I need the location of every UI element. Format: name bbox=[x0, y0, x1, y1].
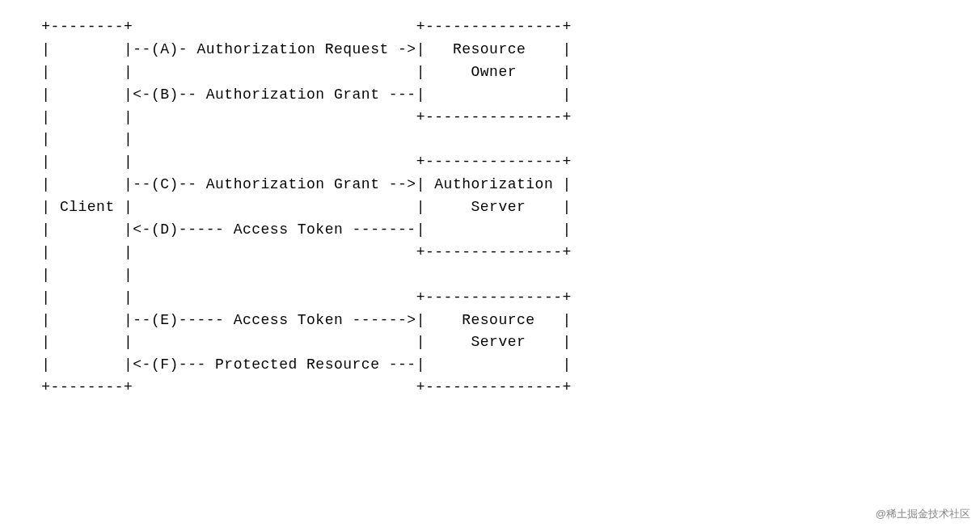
diagram-line: | |--(A)- Authorization Request ->| Reso… bbox=[32, 41, 572, 57]
diagram-line: | | +---------------+ bbox=[32, 289, 572, 306]
diagram-line: | | +---------------+ bbox=[32, 109, 572, 125]
diagram-line: | |<-(B)-- Authorization Grant ---| | bbox=[32, 86, 572, 103]
diagram-line: | |--(E)----- Access Token ------>| Reso… bbox=[32, 312, 572, 328]
diagram-line: | | | Server | bbox=[32, 334, 572, 350]
diagram-line: +--------+ +---------------+ bbox=[32, 19, 572, 35]
diagram-line: | | +---------------+ bbox=[32, 244, 572, 260]
diagram-line: | | +---------------+ bbox=[32, 154, 572, 170]
oauth-flow-diagram: +--------+ +---------------+ | |--(A)- A… bbox=[0, 0, 980, 415]
diagram-line: | Client | | Server | bbox=[32, 199, 572, 215]
diagram-line: | |<-(D)----- Access Token -------| | bbox=[32, 221, 572, 238]
diagram-line: | | | Owner | bbox=[32, 64, 572, 80]
diagram-line: | |--(C)-- Authorization Grant -->| Auth… bbox=[32, 176, 572, 192]
diagram-line: | | bbox=[32, 131, 133, 147]
diagram-line: +--------+ +---------------+ bbox=[32, 379, 572, 395]
diagram-line: | | bbox=[32, 267, 133, 283]
watermark-text: @稀土掘金技术社区 bbox=[876, 506, 970, 522]
diagram-line: | |<-(F)--- Protected Resource ---| | bbox=[32, 356, 572, 373]
